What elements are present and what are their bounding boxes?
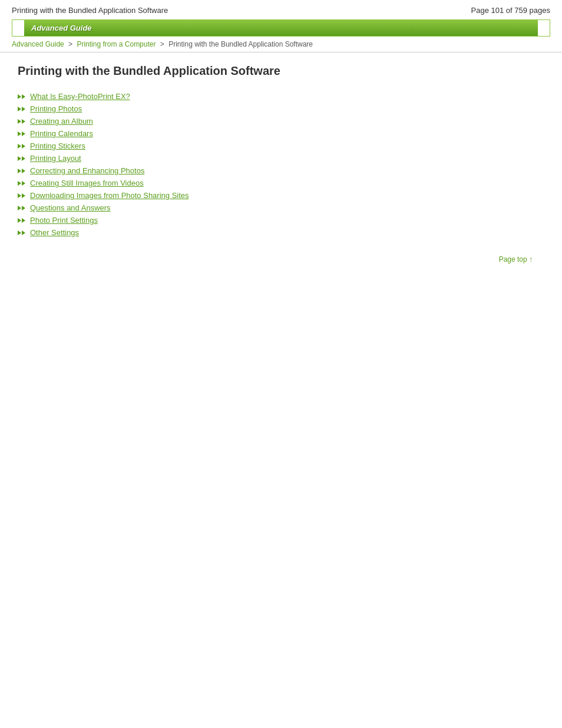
breadcrumb-separator-1: > (68, 40, 74, 48)
arrow-icon (18, 218, 25, 223)
nav-link-1[interactable]: What Is Easy-PhotoPrint EX? (30, 92, 130, 101)
list-item: Other Settings (18, 228, 544, 237)
page-top-section: Page top ↑ (18, 255, 544, 263)
content-area: Printing with the Bundled Application So… (0, 52, 562, 275)
nav-link-12[interactable]: Other Settings (30, 228, 79, 237)
list-item: Printing Layout (18, 154, 544, 163)
nav-link-2[interactable]: Printing Photos (30, 104, 82, 113)
arrow-icon (18, 119, 25, 124)
arrow-icon (18, 169, 25, 173)
list-item: Printing Photos (18, 104, 544, 113)
arrow-icon (18, 156, 25, 161)
list-item: Questions and Answers (18, 203, 544, 212)
page-title: Printing with the Bundled Application So… (18, 64, 544, 80)
nav-link-6[interactable]: Printing Layout (30, 154, 81, 163)
advanced-guide-label: Advanced Guide (31, 24, 92, 32)
nav-link-4[interactable]: Printing Calendars (30, 129, 93, 138)
arrow-icon (18, 144, 25, 149)
nav-list: What Is Easy-PhotoPrint EX?Printing Phot… (18, 92, 544, 237)
list-item: Downloading Images from Photo Sharing Si… (18, 191, 544, 200)
list-item: Correcting and Enhancing Photos (18, 166, 544, 175)
page-header: Printing with the Bundled Application So… (0, 0, 562, 19)
nav-link-9[interactable]: Downloading Images from Photo Sharing Si… (30, 191, 189, 200)
arrow-icon (18, 230, 25, 235)
advanced-guide-wrapper: Advanced Guide (12, 19, 550, 37)
list-item: Printing Calendars (18, 129, 544, 138)
arrow-icon (18, 131, 25, 136)
arrow-icon (18, 206, 25, 210)
nav-link-3[interactable]: Creating an Album (30, 117, 93, 126)
arrow-icon (18, 193, 25, 198)
page-top-link[interactable]: Page top ↑ (499, 255, 533, 263)
nav-link-5[interactable]: Printing Stickers (30, 141, 85, 150)
breadcrumb-separator-2: > (160, 40, 166, 48)
page-counter: Page 101 of 759 pages (471, 6, 550, 15)
nav-link-10[interactable]: Questions and Answers (30, 203, 111, 212)
nav-link-8[interactable]: Creating Still Images from Videos (30, 179, 144, 187)
nav-link-7[interactable]: Correcting and Enhancing Photos (30, 166, 144, 175)
arrow-icon (18, 181, 25, 186)
breadcrumb-current: Printing with the Bundled Application So… (168, 40, 313, 48)
list-item: Printing Stickers (18, 141, 544, 150)
arrow-icon (18, 107, 25, 111)
list-item: Creating an Album (18, 117, 544, 126)
arrow-icon (18, 94, 25, 99)
breadcrumb-advanced-guide[interactable]: Advanced Guide (12, 40, 64, 48)
nav-link-11[interactable]: Photo Print Settings (30, 216, 98, 225)
breadcrumb: Advanced Guide > Printing from a Compute… (0, 37, 562, 52)
list-item: Photo Print Settings (18, 216, 544, 225)
header-title: Printing with the Bundled Application So… (12, 6, 168, 15)
list-item: What Is Easy-PhotoPrint EX? (18, 92, 544, 101)
advanced-guide-bar: Advanced Guide (24, 20, 538, 36)
breadcrumb-printing-from-computer[interactable]: Printing from a Computer (77, 40, 156, 48)
list-item: Creating Still Images from Videos (18, 179, 544, 187)
